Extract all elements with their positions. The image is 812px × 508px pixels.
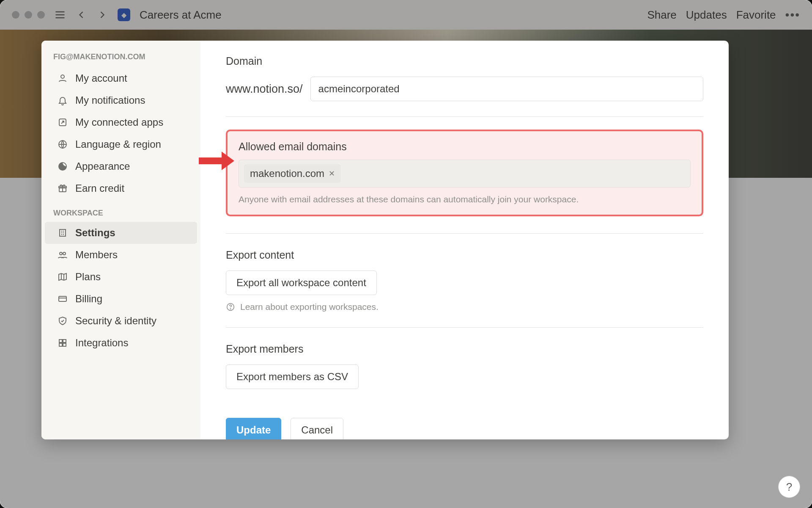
- sidebar-item-billing[interactable]: Billing: [45, 288, 197, 310]
- help-button[interactable]: ?: [778, 476, 800, 498]
- map-icon: [57, 271, 69, 283]
- sidebar-workspace-header: WORKSPACE: [41, 199, 200, 222]
- domain-prefix: www.notion.so/: [226, 83, 303, 96]
- section-export-members: Export members Export members as CSV: [226, 328, 703, 404]
- settings-sidebar: FIG@MAKENOTION.COM My account My notific…: [41, 41, 200, 439]
- settings-footer: Update Cancel: [226, 404, 703, 439]
- gift-icon: [57, 182, 69, 194]
- section-domain: Domain www.notion.so/: [226, 55, 703, 117]
- section-allowed-domains: Allowed email domains makenotion.com ✕ A…: [226, 117, 703, 234]
- external-link-icon: [57, 116, 69, 128]
- sidebar-item-label: Settings: [75, 227, 115, 239]
- sidebar-item-label: My connected apps: [75, 116, 163, 128]
- export-content-button[interactable]: Export all workspace content: [226, 271, 377, 295]
- sidebar-item-label: Language & region: [75, 138, 161, 150]
- section-export-content: Export content Export all workspace cont…: [226, 234, 703, 328]
- sidebar-item-label: Billing: [75, 293, 102, 305]
- sidebar-item-my-account[interactable]: My account: [45, 67, 197, 89]
- sidebar-item-members[interactable]: Members: [45, 244, 197, 266]
- sidebar-item-integrations[interactable]: Integrations: [45, 332, 197, 354]
- svg-rect-17: [63, 343, 66, 346]
- sidebar-item-settings[interactable]: Settings: [45, 222, 197, 244]
- sidebar-item-plans[interactable]: Plans: [45, 266, 197, 288]
- sidebar-account-header: FIG@MAKENOTION.COM: [41, 52, 200, 67]
- export-members-button[interactable]: Export members as CSV: [226, 364, 359, 389]
- sidebar-item-label: My account: [75, 72, 127, 84]
- svg-rect-14: [59, 340, 62, 342]
- callout-arrow-icon: [199, 149, 235, 173]
- allowed-domains-hint: Anyone with email addresses at these dom…: [239, 194, 691, 204]
- domain-title: Domain: [226, 55, 703, 67]
- sidebar-item-label: Earn credit: [75, 182, 124, 194]
- bell-icon: [57, 94, 69, 106]
- grid-icon: [57, 337, 69, 349]
- sidebar-item-label: Appearance: [75, 160, 130, 172]
- svg-point-19: [230, 309, 230, 309]
- settings-content: Domain www.notion.so/ Allowed email doma…: [200, 41, 729, 439]
- sidebar-item-connected-apps[interactable]: My connected apps: [45, 111, 197, 133]
- allowed-domains-title: Allowed email domains: [239, 141, 691, 153]
- sidebar-item-label: Members: [75, 249, 118, 261]
- help-circle-icon: [226, 302, 235, 312]
- sidebar-item-notifications[interactable]: My notifications: [45, 89, 197, 111]
- globe-icon: [57, 138, 69, 150]
- update-button[interactable]: Update: [226, 418, 281, 439]
- domain-input[interactable]: [310, 77, 703, 101]
- domain-chip[interactable]: makenotion.com ✕: [244, 164, 341, 183]
- sidebar-item-label: Plans: [75, 271, 101, 283]
- svg-point-10: [60, 252, 62, 255]
- sidebar-item-label: Security & identity: [75, 315, 156, 327]
- app-window: ◆ Careers at Acme Share Updates Favorite…: [0, 0, 812, 508]
- svg-point-3: [61, 75, 64, 78]
- sidebar-item-language-region[interactable]: Language & region: [45, 133, 197, 155]
- building-icon: [57, 227, 69, 239]
- sidebar-item-label: My notifications: [75, 94, 145, 106]
- sidebar-item-label: Integrations: [75, 337, 128, 349]
- credit-card-icon: [57, 293, 69, 305]
- people-icon: [57, 249, 69, 261]
- settings-modal: FIG@MAKENOTION.COM My account My notific…: [41, 41, 729, 439]
- cancel-button[interactable]: Cancel: [291, 418, 343, 439]
- allowed-domains-input[interactable]: makenotion.com ✕: [239, 160, 691, 188]
- sidebar-item-security[interactable]: Security & identity: [45, 310, 197, 332]
- export-content-title: Export content: [226, 249, 703, 261]
- svg-rect-9: [60, 229, 66, 236]
- export-members-title: Export members: [226, 343, 703, 355]
- export-content-hint-text: Learn about exporting workspaces.: [240, 302, 379, 312]
- svg-rect-12: [59, 296, 66, 301]
- avatar-icon: [57, 72, 69, 84]
- svg-rect-15: [63, 340, 66, 342]
- domain-chip-label: makenotion.com: [250, 168, 324, 179]
- export-content-hint[interactable]: Learn about exporting workspaces.: [226, 302, 703, 312]
- allowed-domains-highlight: Allowed email domains makenotion.com ✕ A…: [226, 130, 703, 216]
- svg-rect-16: [59, 343, 62, 346]
- chip-remove-icon[interactable]: ✕: [329, 169, 335, 178]
- sidebar-item-appearance[interactable]: Appearance: [45, 155, 197, 177]
- moon-icon: [57, 160, 69, 172]
- sidebar-item-earn-credit[interactable]: Earn credit: [45, 177, 197, 199]
- svg-point-11: [63, 252, 66, 255]
- shield-icon: [57, 315, 69, 327]
